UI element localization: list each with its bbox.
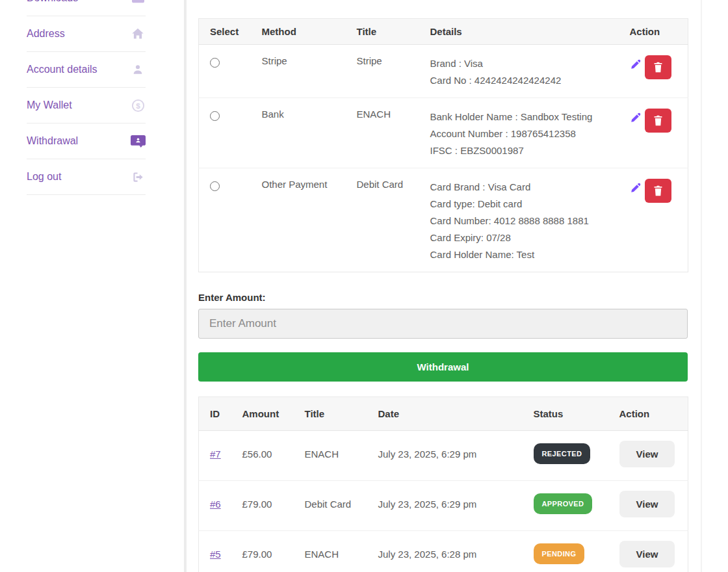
title-cell: Debit Card xyxy=(294,481,367,531)
logout-icon xyxy=(130,169,146,185)
svg-text:$: $ xyxy=(136,101,140,109)
sidebar-item-label: Log out xyxy=(27,171,61,183)
details-cell: Card Brand : Visa Card Card type: Debit … xyxy=(419,168,619,272)
account-nav: Downloads Address Account details My Wal… xyxy=(0,0,184,195)
withdrawal-history-table: ID Amount Title Date Status Action #7 £5… xyxy=(198,396,688,572)
column-header-action: Action xyxy=(608,397,688,431)
sidebar-item-withdrawal[interactable]: Withdrawal xyxy=(27,124,146,159)
sidebar-item-label: Account details xyxy=(27,64,98,75)
select-method-radio[interactable] xyxy=(210,58,220,68)
detail-line: Card No : 4242424242424242 xyxy=(430,72,619,89)
column-header-action: Action xyxy=(619,19,688,45)
edit-icon[interactable] xyxy=(630,59,641,70)
detail-line: Brand : Visa xyxy=(430,55,619,72)
select-method-radio[interactable] xyxy=(210,111,220,121)
amount-cell: £79.00 xyxy=(231,531,294,572)
delete-button[interactable] xyxy=(645,109,671,133)
sidebar-divider xyxy=(184,0,187,572)
withdrawal-id-link[interactable]: #6 xyxy=(210,499,221,510)
detail-line: Card Brand : Visa Card xyxy=(430,179,619,196)
edit-icon[interactable] xyxy=(630,183,641,194)
column-header-title: Title xyxy=(346,19,419,45)
details-cell: Bank Holder Name : Sandbox Testing Accou… xyxy=(419,98,619,168)
amount-cell: £79.00 xyxy=(231,481,294,531)
column-header-date: Date xyxy=(367,397,523,431)
edit-icon[interactable] xyxy=(630,112,641,124)
method-cell: Other Payment xyxy=(251,168,346,272)
sidebar-item-label: Address xyxy=(27,28,65,40)
status-badge: APPROVED xyxy=(534,493,593,514)
withdrawal-id-link[interactable]: #7 xyxy=(210,448,221,460)
withdrawal-history-header-row: ID Amount Title Date Status Action xyxy=(199,397,688,431)
select-method-radio[interactable] xyxy=(210,181,220,191)
payment-methods-table: Select Method Title Details Action Strip… xyxy=(198,18,688,272)
column-header-title: Title xyxy=(294,397,367,431)
title-cell: ENACH xyxy=(294,531,367,572)
delete-button[interactable] xyxy=(645,179,671,203)
column-header-id: ID xyxy=(199,397,231,431)
detail-line: IFSC : EBZS0001987 xyxy=(430,142,619,159)
details-cell: Brand : Visa Card No : 4242424242424242 xyxy=(419,45,619,98)
title-cell: Debit Card xyxy=(346,168,419,272)
sidebar-item-account-details[interactable]: Account details xyxy=(27,52,146,88)
column-header-details: Details xyxy=(419,19,619,45)
account-sidebar: Downloads Address Account details My Wal… xyxy=(0,0,184,572)
sidebar-item-label: Withdrawal xyxy=(27,135,78,147)
status-badge: REJECTED xyxy=(534,443,591,464)
sidebar-item-downloads[interactable]: Downloads xyxy=(27,0,146,16)
column-header-method: Method xyxy=(251,19,346,45)
sidebar-item-my-wallet[interactable]: My Wallet $ xyxy=(27,88,146,124)
method-cell: Bank xyxy=(251,98,346,168)
withdrawal-id-link[interactable]: #5 xyxy=(210,549,221,560)
payment-method-row: Bank ENACH Bank Holder Name : Sandbox Te… xyxy=(199,98,688,168)
home-icon xyxy=(130,26,146,42)
withdrawal-row: #7 £56.00 ENACH July 23, 2025, 6:29 pm R… xyxy=(199,431,688,481)
payment-method-row: Other Payment Debit Card Card Brand : Vi… xyxy=(199,168,688,272)
title-cell: Stripe xyxy=(346,45,419,98)
delete-button[interactable] xyxy=(645,55,671,79)
withdrawal-money-icon xyxy=(130,133,146,149)
sidebar-item-log-out[interactable]: Log out xyxy=(27,159,146,195)
sidebar-item-address[interactable]: Address xyxy=(27,16,146,52)
wallet-dollar-icon: $ xyxy=(130,98,146,113)
action-cell xyxy=(619,98,688,168)
payment-method-row: Stripe Stripe Brand : Visa Card No : 424… xyxy=(199,45,688,98)
date-cell: July 23, 2025, 6:28 pm xyxy=(367,531,523,572)
enter-amount-label: Enter Amount: xyxy=(198,292,688,303)
column-header-amount: Amount xyxy=(231,397,294,431)
view-button[interactable]: View xyxy=(619,491,675,517)
withdrawal-page: Select Method Title Details Action Strip… xyxy=(198,0,688,572)
status-badge: PENDING xyxy=(534,543,585,564)
detail-line: Card type: Debit card xyxy=(430,196,619,213)
withdrawal-submit-button[interactable]: Withdrawal xyxy=(198,352,688,382)
action-cell xyxy=(619,45,688,98)
amount-cell: £56.00 xyxy=(231,431,294,481)
user-icon xyxy=(130,62,146,77)
column-header-status: Status xyxy=(523,397,608,431)
download-icon xyxy=(130,0,146,6)
method-cell: Stripe xyxy=(251,45,346,98)
detail-line: Card Holder Name: Test xyxy=(430,246,619,263)
date-cell: July 23, 2025, 6:29 pm xyxy=(367,481,523,531)
payment-methods-header-row: Select Method Title Details Action xyxy=(199,19,688,45)
date-cell: July 23, 2025, 6:29 pm xyxy=(367,431,523,481)
title-cell: ENACH xyxy=(346,98,419,168)
column-header-select: Select xyxy=(199,19,251,45)
sidebar-item-label: Downloads xyxy=(27,0,78,4)
withdrawal-row: #6 £79.00 Debit Card July 23, 2025, 6:29… xyxy=(199,481,688,531)
detail-line: Account Number : 198765412358 xyxy=(430,125,619,142)
withdrawal-row: #5 £79.00 ENACH July 23, 2025, 6:28 pm P… xyxy=(199,531,688,572)
content-right-divider xyxy=(701,0,702,572)
action-cell xyxy=(619,168,688,272)
detail-line: Card Number: 4012 8888 8888 1881 xyxy=(430,213,619,229)
title-cell: ENACH xyxy=(294,431,367,481)
detail-line: Card Expiry: 07/28 xyxy=(430,229,619,246)
sidebar-item-label: My Wallet xyxy=(27,99,72,111)
view-button[interactable]: View xyxy=(619,541,675,567)
detail-line: Bank Holder Name : Sandbox Testing xyxy=(430,109,619,125)
amount-input[interactable] xyxy=(198,309,688,339)
view-button[interactable]: View xyxy=(619,441,675,467)
